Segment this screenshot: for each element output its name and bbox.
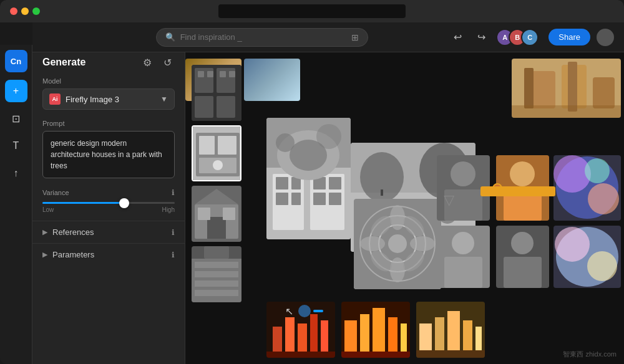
svg-point-62 <box>388 234 407 253</box>
references-info-icon[interactable]: ℹ <box>172 228 175 237</box>
svg-rect-26 <box>195 290 238 296</box>
side-panel: Generate ⚙ ↺ Model Ai Firefly Image 3 ▼ … <box>32 45 185 364</box>
avatar-3: C <box>521 29 539 46</box>
svg-point-96 <box>585 158 610 183</box>
variance-slider[interactable] <box>42 202 175 204</box>
add-button[interactable]: + <box>5 80 27 102</box>
parameters-label: Parameters <box>52 250 94 259</box>
redo-button[interactable]: ↪ <box>472 29 490 46</box>
prompt-label: Prompt <box>32 120 185 131</box>
svg-rect-3 <box>195 96 213 118</box>
svg-rect-114 <box>341 352 410 358</box>
colorful-2[interactable] <box>553 226 621 288</box>
variance-label: Variance <box>42 189 69 196</box>
furniture-img[interactable] <box>512 59 621 118</box>
colorful-1[interactable] <box>553 155 621 221</box>
variance-section: Variance ℹ Low High <box>32 188 185 221</box>
bottom-img-2[interactable] <box>341 302 410 358</box>
svg-rect-7 <box>220 71 226 77</box>
svg-point-42 <box>276 133 295 152</box>
svg-rect-8 <box>229 71 235 77</box>
chevron-right-icon-2: ▶ <box>42 251 47 259</box>
parameters-info-icon[interactable]: ℹ <box>172 251 175 259</box>
slider-labels: Low High <box>42 206 175 213</box>
svg-rect-35 <box>329 177 341 189</box>
window-controls <box>10 7 40 15</box>
svg-point-83 <box>510 161 535 186</box>
arch-thumb-4[interactable] <box>192 246 241 302</box>
cursor-indicator: ↖ <box>285 305 323 317</box>
cursor-label <box>313 310 323 312</box>
svg-rect-105 <box>310 314 318 358</box>
bottom-img-3[interactable] <box>416 302 485 358</box>
svg-rect-5 <box>198 71 204 77</box>
search-bar[interactable]: 🔍 ⊞ <box>156 28 368 47</box>
chevron-right-icon: ▶ <box>42 228 47 236</box>
titlebar <box>0 0 624 22</box>
text-icon[interactable]: T <box>5 135 27 157</box>
svg-rect-111 <box>373 308 385 358</box>
central-arch-1[interactable] <box>266 118 351 239</box>
portrait-4[interactable] <box>496 226 549 288</box>
svg-point-87 <box>452 232 474 254</box>
brand-icon: Cn <box>5 50 27 72</box>
portrait-3[interactable] <box>437 226 490 288</box>
svg-point-66 <box>410 236 435 251</box>
svg-rect-85 <box>504 193 542 221</box>
svg-rect-18 <box>207 217 226 239</box>
svg-point-64 <box>390 257 405 282</box>
svg-rect-110 <box>360 314 369 358</box>
svg-rect-38 <box>313 193 326 205</box>
layers-icon[interactable]: ⊡ <box>5 107 27 130</box>
generate-icon[interactable]: ▷ <box>442 196 458 206</box>
references-section[interactable]: ▶ References ℹ <box>32 221 185 243</box>
svg-rect-75 <box>524 68 534 108</box>
model-left: Ai Firefly Image 3 <box>49 93 119 105</box>
svg-point-65 <box>360 236 385 251</box>
share-button[interactable]: Share <box>548 29 590 46</box>
svg-rect-37 <box>291 193 301 205</box>
svg-rect-91 <box>504 257 542 288</box>
thumbnail-blue[interactable] <box>244 59 300 101</box>
undo-button[interactable]: ↩ <box>449 29 466 46</box>
model-selector[interactable]: Ai Firefly Image 3 ▼ <box>42 89 175 110</box>
svg-point-43 <box>316 124 341 149</box>
references-left: ▶ References <box>42 228 94 237</box>
svg-rect-32 <box>276 177 288 189</box>
arch-thumb-3[interactable] <box>192 186 241 242</box>
collaborator-avatars: A B C <box>496 29 539 46</box>
arch-thumb-2[interactable] <box>192 125 241 181</box>
svg-point-63 <box>390 205 405 230</box>
svg-point-90 <box>511 232 534 254</box>
maximize-button[interactable] <box>32 7 40 15</box>
user-indicator-label <box>480 186 555 196</box>
search-input[interactable] <box>180 32 336 42</box>
svg-rect-74 <box>593 77 615 108</box>
arch-thumb-1[interactable] <box>192 65 241 121</box>
svg-rect-121 <box>416 350 485 358</box>
svg-point-14 <box>213 160 223 170</box>
upload-icon[interactable]: ↑ <box>5 162 27 184</box>
user-avatar[interactable] <box>597 29 614 46</box>
svg-rect-23 <box>195 262 238 268</box>
slider-thumb[interactable] <box>119 198 129 208</box>
references-label: References <box>52 228 94 237</box>
refresh-icon[interactable]: ↺ <box>160 55 175 70</box>
svg-rect-27 <box>204 246 229 259</box>
settings-icon[interactable]: ⚙ <box>140 55 155 70</box>
canvas-area[interactable]: ▷ ↖ 智東西 zhidx.com <box>185 52 624 364</box>
svg-point-100 <box>587 251 617 281</box>
prompt-textarea[interactable]: generic design modern architecture house… <box>42 131 175 178</box>
search-icon: 🔍 <box>165 32 175 42</box>
slider-fill <box>42 202 122 204</box>
pattern-img[interactable] <box>354 199 441 289</box>
parameters-section[interactable]: ▶ Parameters ℹ <box>32 243 185 266</box>
top-bar-actions: ↩ ↪ A B C Share <box>449 29 614 46</box>
svg-rect-56 <box>381 189 383 196</box>
titlebar-address <box>218 4 406 18</box>
close-button[interactable] <box>10 7 17 15</box>
variance-info-icon[interactable]: ℹ <box>172 188 175 197</box>
panel-title: Generate <box>42 57 85 68</box>
image-search-icon[interactable]: ⊞ <box>351 32 359 42</box>
minimize-button[interactable] <box>21 7 29 15</box>
